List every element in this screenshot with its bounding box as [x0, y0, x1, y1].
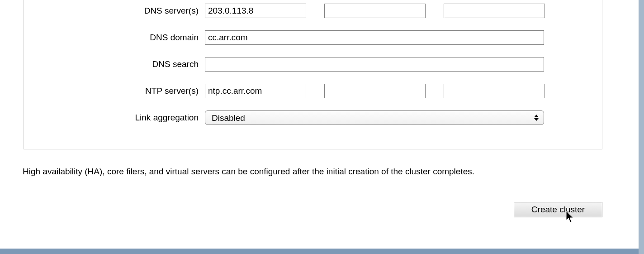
dns-domain-row: DNS domain: [24, 30, 602, 45]
form-panel: DNS server(s) DNS domain DNS search NTP …: [24, 0, 602, 149]
dns-domain-input[interactable]: [205, 30, 544, 45]
dns-search-label: DNS search: [24, 59, 205, 69]
dns-servers-row: DNS server(s): [24, 4, 602, 18]
ntp-servers-label: NTP server(s): [24, 86, 205, 96]
dns-search-row: DNS search: [24, 57, 602, 72]
link-aggregation-label: Link aggregation: [24, 113, 205, 123]
link-aggregation-row: Link aggregation Disabled: [24, 110, 602, 125]
create-cluster-button[interactable]: Create cluster: [514, 202, 602, 217]
ntp-servers-row: NTP server(s): [24, 84, 602, 98]
dns-server-2-input[interactable]: [324, 4, 426, 18]
dns-search-input[interactable]: [205, 57, 544, 72]
ntp-server-3-input[interactable]: [444, 84, 545, 98]
ntp-server-1-input[interactable]: [205, 84, 306, 98]
ntp-server-2-input[interactable]: [324, 84, 426, 98]
dns-servers-label: DNS server(s): [24, 6, 205, 16]
dns-domain-label: DNS domain: [24, 33, 205, 43]
link-aggregation-select[interactable]: Disabled: [205, 110, 544, 125]
post-creation-note: High availability (HA), core filers, and…: [23, 167, 474, 177]
dns-server-3-input[interactable]: [444, 4, 545, 18]
dns-server-1-input[interactable]: [205, 4, 306, 18]
